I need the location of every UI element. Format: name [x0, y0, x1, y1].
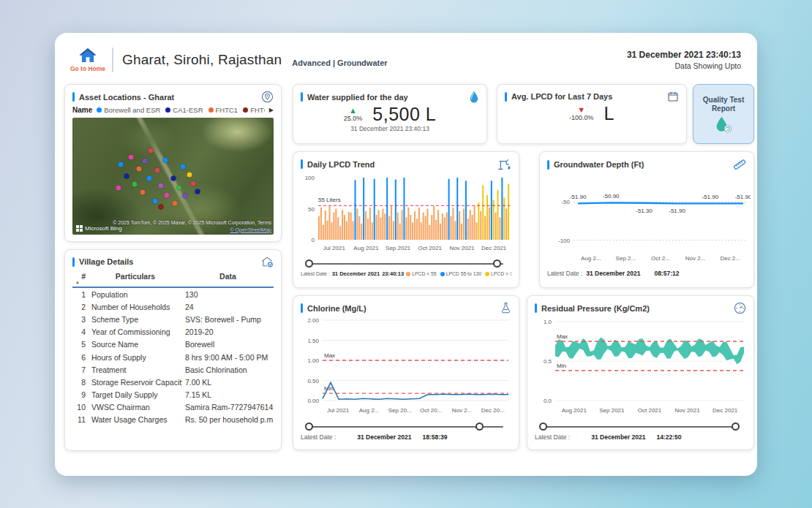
- satellite-map[interactable]: Microsoft Bing © 2025 TomTom, © 2025 Max…: [72, 118, 274, 235]
- svg-text:0.5: 0.5: [544, 358, 552, 365]
- asset-card-title: Asset Locations - Gharat: [79, 93, 174, 102]
- asset-marker[interactable]: [181, 164, 186, 170]
- quality-test-report-button[interactable]: Quality Test Report: [693, 84, 754, 144]
- legend-dot: [243, 107, 248, 113]
- slider-handle-left[interactable]: [305, 422, 313, 431]
- asset-marker[interactable]: [149, 148, 154, 153]
- svg-text:1.00: 1.00: [307, 357, 319, 364]
- legend-dot: [165, 107, 170, 113]
- legend-dot: [406, 272, 410, 276]
- asset-marker[interactable]: [183, 194, 188, 199]
- water-delta-pct: 25.0%: [344, 115, 363, 122]
- asset-marker[interactable]: [159, 204, 164, 209]
- latest-time-value: 14:22:50: [656, 433, 681, 441]
- svg-text:Max: Max: [557, 333, 568, 340]
- map-legend-item[interactable]: CA1-ESR: [165, 106, 203, 114]
- lpcd-bar-chart: 05010055 LitersJul 2021Aug 2021Sep 2021O…: [301, 170, 513, 258]
- chlorine-card-title: Chlorine (Mg/L): [307, 304, 366, 313]
- village-table-header[interactable]: #▲ Particulars Data: [72, 270, 274, 287]
- slider-handle-right[interactable]: [475, 422, 484, 431]
- map-legend-item[interactable]: Borewell and ESR: [97, 106, 160, 114]
- title-accent-bar: [301, 92, 303, 102]
- asset-marker[interactable]: [165, 192, 170, 197]
- svg-text:Aug 2021: Aug 2021: [562, 407, 587, 414]
- asset-marker[interactable]: [116, 186, 121, 191]
- calendar-icon: [667, 91, 679, 102]
- asset-marker[interactable]: [170, 176, 176, 181]
- slider-handle-right[interactable]: [732, 422, 740, 431]
- lpcd-legend-item[interactable]: LPCD 55 to 130: [440, 271, 481, 276]
- col-data[interactable]: Data: [182, 270, 274, 287]
- asset-marker[interactable]: [195, 189, 200, 194]
- water-supplied-value: 5,500 L: [372, 104, 436, 125]
- locate-icon: [261, 91, 274, 103]
- asset-marker[interactable]: [152, 198, 157, 203]
- lpcd-legend-item[interactable]: LPCD < 55: [406, 271, 436, 276]
- groundwater-depth-card: Groundwater Depth (Ft) -50-100-51.90-50.…: [539, 151, 754, 288]
- lpcd-card-header: Daily LPCD Trend: [301, 158, 511, 170]
- go-home-label: Go to Home: [67, 65, 109, 72]
- col-particulars[interactable]: Particulars: [89, 270, 182, 287]
- map-legend-item[interactable]: FHTC1: [208, 106, 238, 114]
- asset-marker[interactable]: [187, 173, 192, 178]
- asset-marker[interactable]: [119, 162, 124, 167]
- svg-text:0.00: 0.00: [307, 398, 319, 404]
- asset-marker[interactable]: [146, 176, 151, 181]
- lpcd-footer: Latest Date : 31 December 2021 23:40:13 …: [301, 270, 511, 277]
- lpcd-legend-item[interactable]: LPCD > 130: [485, 271, 511, 276]
- village-card-title: Village Details: [79, 257, 133, 266]
- svg-text:0.50: 0.50: [307, 378, 319, 384]
- svg-text:-51.90: -51.90: [735, 194, 751, 200]
- pressure-area-chart: 0.00.51.0MaxMinAug 2021Sep 2021Oct 2021N…: [535, 314, 747, 421]
- asset-marker[interactable]: [173, 200, 178, 205]
- slider-track[interactable]: [309, 426, 503, 428]
- slider-handle-right[interactable]: [493, 259, 501, 268]
- svg-text:50: 50: [308, 206, 315, 213]
- svg-text:Oct 2021: Oct 2021: [638, 407, 662, 414]
- asset-marker[interactable]: [162, 157, 168, 162]
- title-accent-bar: [301, 303, 303, 313]
- title-accent-bar: [72, 92, 75, 102]
- legend-scroll-arrow[interactable]: ▶: [269, 107, 274, 113]
- water-delta: ▲ 25.0%: [344, 107, 363, 122]
- asset-marker[interactable]: [191, 181, 196, 186]
- asset-marker[interactable]: [176, 186, 181, 191]
- slider-track[interactable]: [309, 263, 503, 265]
- avg-lpcd-card: Avg. LPCD for Last 7 Days ▼ -100.0% L: [497, 84, 687, 144]
- flask-icon: [500, 302, 511, 314]
- asset-marker[interactable]: [132, 182, 138, 187]
- asset-marker[interactable]: [136, 167, 141, 172]
- gw-footer: Latest Date : 31 December 2021 08:57:12: [547, 270, 746, 277]
- avg-lpcd-header: Avg. LPCD for Last 7 Days: [505, 91, 679, 102]
- slider-track[interactable]: [543, 426, 738, 428]
- svg-text:-51.90: -51.90: [702, 194, 718, 200]
- village-card-header: Village Details: [72, 256, 274, 268]
- asset-marker[interactable]: [124, 174, 129, 179]
- map-legend-item[interactable]: FHTC10: [243, 106, 265, 114]
- slider-handle-left[interactable]: [539, 422, 547, 431]
- svg-text:Dec 2021: Dec 2021: [713, 407, 738, 414]
- water-supplied-card: Water supplied for the day ▲ 25.0% 5,500…: [293, 84, 487, 144]
- slider-handle-left[interactable]: [305, 259, 313, 268]
- legend-dot: [485, 272, 489, 276]
- asset-locations-card: Asset Locations - Gharat Name Borewell a…: [64, 84, 282, 242]
- asset-marker[interactable]: [154, 168, 159, 173]
- latest-date-label: Latest Date :: [547, 270, 582, 277]
- svg-text:Sep 2021: Sep 2021: [386, 245, 411, 251]
- svg-text:0: 0: [312, 237, 315, 243]
- asset-marker[interactable]: [140, 190, 146, 195]
- latest-date-value: 31 December 2021: [332, 270, 380, 277]
- asset-marker[interactable]: [143, 159, 148, 164]
- residual-pressure-card: Residual Pressure (Kg/Cm2) 0.00.51.0MaxM…: [527, 295, 754, 450]
- title-accent-bar: [505, 92, 507, 102]
- map-legend: Name Borewell and ESRCA1-ESRFHTC1FHTC10 …: [72, 106, 274, 114]
- asset-marker[interactable]: [128, 155, 133, 160]
- go-home-button[interactable]: Go to Home: [67, 48, 109, 72]
- svg-text:Aug 2...: Aug 2...: [359, 407, 380, 414]
- depth-ruler-icon: [733, 158, 746, 171]
- svg-text:1.50: 1.50: [307, 338, 319, 344]
- osm-link[interactable]: © OpenStreetMap: [230, 227, 271, 232]
- village-row: 2Number of Households24: [72, 300, 274, 313]
- asset-marker[interactable]: [159, 183, 164, 188]
- village-row: 8Storage Reservoir Capacity7.00 KL: [72, 376, 274, 388]
